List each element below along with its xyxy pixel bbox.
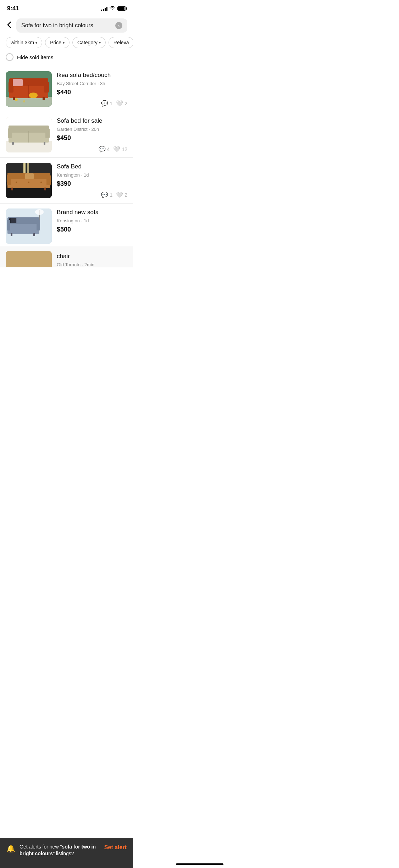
like-count[interactable]: 🤍 12 xyxy=(113,146,127,152)
listing-info: Sofa Bed Kensington · 1d $390 💬 1 🤍 2 xyxy=(57,163,127,198)
list-item[interactable]: Sofa bed for sale Garden District · 20h … xyxy=(0,112,133,158)
wifi-icon xyxy=(110,6,115,11)
heart-icon: 🤍 xyxy=(116,191,123,198)
listing-info: Sofa bed for sale Garden District · 20h … xyxy=(57,117,127,152)
chevron-down-icon: ▾ xyxy=(63,41,65,45)
listing-title: Brand new sofa xyxy=(57,208,127,216)
clear-search-button[interactable]: × xyxy=(115,22,122,29)
svg-rect-45 xyxy=(7,220,10,230)
status-icons xyxy=(101,6,126,11)
svg-rect-5 xyxy=(44,82,49,93)
svg-point-11 xyxy=(15,98,18,101)
status-bar: 9:41 xyxy=(0,0,133,16)
signal-icon xyxy=(101,6,107,11)
listing-thumbnail xyxy=(6,117,52,152)
search-input-value: Sofa for two in bright colours xyxy=(21,22,112,29)
listing-thumbnail xyxy=(6,71,52,107)
search-row: Sofa for two in bright colours × xyxy=(0,16,133,37)
like-count[interactable]: 🤍 2 xyxy=(116,100,127,107)
listing-title: Sofa Bed xyxy=(57,163,127,171)
listing-actions: 💬 1 🤍 2 xyxy=(57,100,127,107)
comment-icon: 💬 xyxy=(99,146,106,152)
list-item[interactable]: Sofa Bed Kensington · 1d $390 💬 1 🤍 2 xyxy=(0,158,133,204)
svg-rect-20 xyxy=(45,128,50,138)
list-item[interactable]: Ikea sofa bed/couch Bay Street Corridor … xyxy=(0,66,133,112)
comment-count: 💬 1 xyxy=(101,100,112,107)
filter-distance[interactable]: within 3km ▾ xyxy=(6,37,42,48)
comment-icon: 💬 xyxy=(101,100,108,107)
svg-point-40 xyxy=(35,209,44,215)
svg-rect-9 xyxy=(43,97,45,100)
listing-price: $440 xyxy=(57,89,127,96)
svg-rect-44 xyxy=(11,218,17,223)
filter-relevance[interactable]: Releva xyxy=(109,37,133,48)
svg-rect-1 xyxy=(6,97,52,107)
listing-title: Sofa bed for sale xyxy=(57,117,127,125)
svg-rect-36 xyxy=(11,188,13,190)
svg-rect-8 xyxy=(13,97,15,100)
svg-point-10 xyxy=(29,93,38,98)
listing-price: $390 xyxy=(57,180,127,188)
listing-price: $450 xyxy=(57,134,127,142)
hide-sold-row: Hide sold items xyxy=(0,53,133,66)
svg-rect-46 xyxy=(37,220,40,230)
search-bar[interactable]: Sofa for two in bright colours × xyxy=(16,18,127,33)
listing-title: Ikea sofa bed/couch xyxy=(57,71,127,79)
svg-point-32 xyxy=(40,182,42,183)
svg-rect-33 xyxy=(7,175,11,185)
comment-icon: 💬 xyxy=(101,191,108,198)
listing-info: Brand new sofa Kensington · 1d $500 xyxy=(57,208,127,233)
svg-point-12 xyxy=(23,100,25,102)
filters-row: within 3km ▾ Price ▾ Category ▾ Releva xyxy=(0,37,133,53)
svg-rect-41 xyxy=(7,223,39,234)
list-item[interactable]: chair Old Toronto · 2min xyxy=(0,246,133,267)
svg-rect-34 xyxy=(46,175,51,185)
chevron-down-icon: ▾ xyxy=(35,41,37,45)
svg-point-30 xyxy=(16,182,17,183)
listing-thumbnail xyxy=(6,251,52,267)
heart-icon: 🤍 xyxy=(116,100,123,107)
status-time: 9:41 xyxy=(7,5,19,12)
hide-sold-label: Hide sold items xyxy=(17,54,54,60)
like-count[interactable]: 🤍 2 xyxy=(116,191,127,198)
listing-meta: Kensington · 1d xyxy=(57,172,127,178)
hide-sold-toggle[interactable] xyxy=(6,53,13,61)
listing-meta: Garden District · 20h xyxy=(57,127,127,132)
listing-title: chair xyxy=(57,252,127,260)
back-button[interactable] xyxy=(6,20,13,32)
listing-thumbnail xyxy=(6,163,52,198)
battery-icon xyxy=(117,6,126,11)
listing-meta: Old Toronto · 2min xyxy=(57,262,127,267)
svg-rect-35 xyxy=(25,173,34,179)
listing-meta: Bay Street Corridor · 3h xyxy=(57,81,127,86)
svg-rect-19 xyxy=(8,128,12,138)
listing-info: chair Old Toronto · 2min xyxy=(57,251,127,267)
filter-price[interactable]: Price ▾ xyxy=(45,37,70,48)
chevron-down-icon: ▾ xyxy=(99,41,101,45)
heart-icon: 🤍 xyxy=(113,146,120,152)
svg-rect-48 xyxy=(33,233,35,236)
svg-rect-4 xyxy=(9,82,13,93)
svg-rect-37 xyxy=(44,188,46,190)
svg-rect-22 xyxy=(44,142,45,145)
listing-actions: 💬 1 🤍 2 xyxy=(57,191,127,198)
svg-point-31 xyxy=(28,182,29,183)
listing-info: Ikea sofa bed/couch Bay Street Corridor … xyxy=(57,71,127,107)
comment-count: 💬 4 xyxy=(99,146,110,152)
svg-rect-7 xyxy=(13,79,23,86)
svg-rect-47 xyxy=(11,233,12,236)
listing-price: $500 xyxy=(57,226,127,233)
listing-thumbnail xyxy=(6,208,52,244)
comment-count: 💬 1 xyxy=(101,191,112,198)
list-item[interactable]: Brand new sofa Kensington · 1d $500 xyxy=(0,204,133,246)
listing-actions: 💬 4 🤍 12 xyxy=(57,146,127,152)
listing-meta: Kensington · 1d xyxy=(57,218,127,223)
svg-rect-21 xyxy=(12,142,14,145)
filter-category[interactable]: Category ▾ xyxy=(72,37,106,48)
